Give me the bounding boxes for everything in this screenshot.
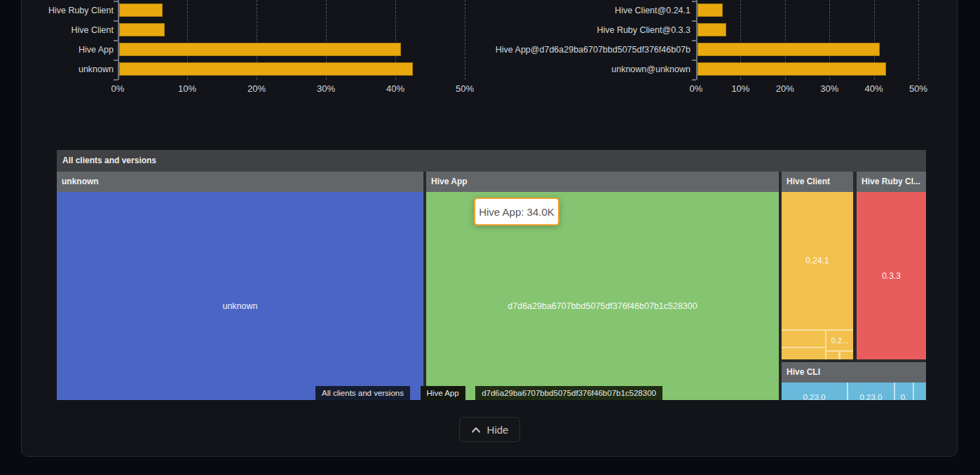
x-tick-label: 10% xyxy=(719,83,761,94)
axis-tick xyxy=(114,60,118,61)
category-label: Hive Ruby Client xyxy=(21,5,114,16)
category-label: Hive Client xyxy=(21,25,114,36)
treemap-cell-0-24-1[interactable]: 0.24.1 xyxy=(782,192,853,329)
treemap-cell-small[interactable] xyxy=(826,352,838,359)
category-label: Hive App@d7d6a29ba6707bbd5075df376f46b07… xyxy=(491,44,690,55)
x-tick-label: 0% xyxy=(97,83,139,94)
treemap-section-hive-ruby-client[interactable]: Hive Ruby Cl... 0.3.3 xyxy=(857,172,926,359)
bar[interactable] xyxy=(119,4,163,17)
bar[interactable] xyxy=(697,4,723,17)
gridline xyxy=(465,0,465,80)
treemap-section-unknown[interactable]: unknown unknown xyxy=(57,172,423,400)
bar[interactable] xyxy=(119,43,401,56)
treemap-cell-label: 0.23.0 xyxy=(782,393,847,400)
x-tick-label: 40% xyxy=(853,83,895,94)
x-tick-label: 40% xyxy=(374,83,416,94)
category-label: unknown xyxy=(21,64,114,75)
x-tick-label: 30% xyxy=(305,83,347,94)
treemap-root-header[interactable]: All clients and versions xyxy=(57,150,926,172)
treemap-section-hive-client[interactable]: Hive Client 0.24.1 0.2... xyxy=(782,172,853,359)
axis-tick xyxy=(114,79,118,81)
chevron-up-icon xyxy=(471,427,481,433)
bar[interactable] xyxy=(697,43,880,56)
treemap-cell-small[interactable] xyxy=(782,348,825,359)
bar[interactable] xyxy=(119,23,165,36)
treemap-section-header[interactable]: Hive App xyxy=(426,172,779,192)
axis-tick xyxy=(114,40,118,41)
x-tick-label: 50% xyxy=(897,83,939,94)
clients-share-bar-chart: 0%10%20%30%40%50%Hive Ruby ClientHive Cl… xyxy=(21,0,491,98)
treemap-cell-small[interactable]: 0. xyxy=(895,383,913,400)
x-tick-label: 20% xyxy=(236,83,278,94)
category-label: Hive Ruby Client@0.3.3 xyxy=(491,25,690,36)
gridline xyxy=(918,0,919,80)
treemap-cell-0-2[interactable]: 0.2... xyxy=(826,331,853,350)
treemap-cell-label: 0. xyxy=(895,393,913,400)
bar[interactable] xyxy=(697,62,886,76)
treemap-cell-0-23-0[interactable]: 0.23.0 xyxy=(848,383,894,400)
treemap-cell-label: d7d6a29ba6707bbd5075df376f46b07b1c528300 xyxy=(426,301,779,311)
clients-versions-treemap: All clients and versions unknown unknown… xyxy=(57,150,926,400)
x-tick-label: 20% xyxy=(764,83,806,94)
bar[interactable] xyxy=(697,23,726,36)
tooltip: Hive App: 34.0K xyxy=(474,198,559,226)
treemap-section-header[interactable]: Hive CLI xyxy=(782,362,926,383)
category-label: Hive Client@0.24.1 xyxy=(491,5,690,16)
breadcrumb: All clients and versions ❯ Hive App ❯ d7… xyxy=(315,386,662,400)
axis-tick xyxy=(114,20,118,22)
treemap-section-header[interactable]: unknown xyxy=(57,172,423,192)
treemap-hive-client-cells: 0.24.1 0.2... xyxy=(782,192,853,359)
treemap-cell-small[interactable] xyxy=(841,352,853,359)
treemap-cell-label: 0.23.0 xyxy=(848,393,894,400)
treemap-cell-0-3-3[interactable]: 0.3.3 xyxy=(857,192,926,359)
x-tick-label: 50% xyxy=(444,83,486,94)
hide-button[interactable]: Hide xyxy=(459,417,520,442)
breadcrumb-chevron-icon: ❯ xyxy=(410,386,421,400)
axis-tick xyxy=(692,20,696,22)
category-label: unknown@unknown xyxy=(491,64,690,75)
x-tick-label: 0% xyxy=(675,83,717,94)
axis-tick xyxy=(692,40,696,41)
page: 0%10%20%30%40%50%Hive Ruby ClientHive Cl… xyxy=(0,0,980,475)
treemap-cell-small[interactable] xyxy=(782,331,825,347)
axis-tick xyxy=(692,79,696,81)
axis-tick xyxy=(692,1,696,2)
hide-button-label: Hide xyxy=(487,424,509,436)
x-tick-label: 30% xyxy=(808,83,850,94)
treemap-hive-cli-cells: 0.23.0 0.23.0 0. xyxy=(782,383,926,400)
x-tick-label: 10% xyxy=(166,83,208,94)
breadcrumb-item-hive-app[interactable]: Hive App xyxy=(421,386,465,400)
treemap-cell-small[interactable] xyxy=(914,383,926,400)
axis-tick xyxy=(692,60,696,61)
category-label: Hive App xyxy=(21,44,114,55)
treemap-cell-label: unknown xyxy=(57,301,423,311)
treemap-section-hive-cli[interactable]: Hive CLI 0.23.0 0.23.0 0. xyxy=(782,362,926,400)
breadcrumb-chevron-icon: ❯ xyxy=(465,386,476,400)
treemap-section-header[interactable]: Hive Client xyxy=(782,172,853,192)
treemap-cell-0-23-0[interactable]: 0.23.0 xyxy=(782,383,847,400)
client-versions-share-bar-chart: 0%10%20%30%40%50%Hive Client@0.24.1Hive … xyxy=(491,0,956,98)
treemap-cell-unknown[interactable]: unknown xyxy=(57,192,423,400)
treemap-section-header[interactable]: Hive Ruby Cl... xyxy=(857,172,926,192)
axis-tick xyxy=(114,1,118,2)
breadcrumb-item-version[interactable]: d7d6a29ba6707bbd5075df376f46b07b1c528300 xyxy=(475,386,662,400)
breadcrumb-item-root[interactable]: All clients and versions xyxy=(315,386,410,400)
bar[interactable] xyxy=(119,62,413,76)
